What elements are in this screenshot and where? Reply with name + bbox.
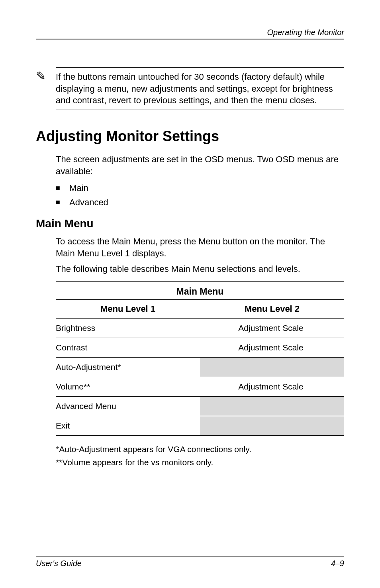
footer-left: User's Guide [36,559,82,568]
table-title: Main Menu [56,281,344,299]
note-text: If the buttons remain untouched for 30 s… [56,71,344,106]
section-intro: The screen adjustments are set in the OS… [56,153,344,177]
table-footnotes: *Auto-Adjustment appears for VGA connect… [56,442,344,469]
table-cell [200,416,344,436]
table-row: Exit [56,416,344,436]
table-cell: Volume** [56,377,200,396]
table-header-col2: Menu Level 2 [200,299,344,318]
note-block: ✎ If the buttons remain untouched for 30… [56,67,344,110]
pencil-icon: ✎ [36,70,46,82]
table-cell: Adjustment Scale [200,338,344,357]
table-row: Advanced Menu [56,396,344,416]
main-menu-table: Menu Level 1 Menu Level 2 Brightness Adj… [56,299,344,436]
table-row: Brightness Adjustment Scale [56,318,344,338]
table-row: Volume** Adjustment Scale [56,377,344,396]
table-cell: Brightness [56,318,200,338]
running-header: Operating the Monitor [36,28,344,39]
table-row: Auto-Adjustment* [56,357,344,377]
table-cell [200,357,344,377]
table-cell: Adjustment Scale [200,318,344,338]
table-row: Contrast Adjustment Scale [56,338,344,357]
bullet-list: Main Advanced [56,181,344,209]
table-footnote: *Auto-Adjustment appears for VGA connect… [56,442,344,456]
subsection-p2: The following table describes Main Menu … [56,263,344,275]
footer-right: 4–9 [331,559,344,568]
subsection-title: Main Menu [36,217,344,230]
table-cell [200,396,344,416]
table-cell: Contrast [56,338,200,357]
table-cell: Advanced Menu [56,396,200,416]
running-title: Operating the Monitor [267,28,344,37]
table-footnote: **Volume appears for the vs monitors onl… [56,456,344,469]
section-title: Adjusting Monitor Settings [36,128,344,145]
subsection-p1: To access the Main Menu, press the Menu … [56,236,344,259]
table-cell: Auto-Adjustment* [56,357,200,377]
table-cell: Adjustment Scale [200,377,344,396]
list-item: Main [56,181,344,195]
list-item: Advanced [56,195,344,209]
table-cell: Exit [56,416,200,436]
page-footer: User's Guide 4–9 [36,557,344,568]
table-header-col1: Menu Level 1 [56,299,200,318]
